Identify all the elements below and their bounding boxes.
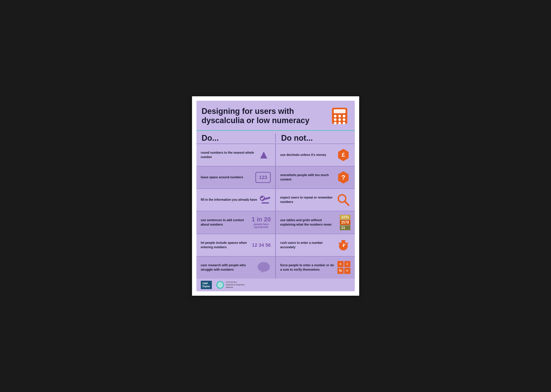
svg-point-10: [343, 122, 345, 125]
do-column-header: Do...: [197, 133, 276, 143]
donot-text-1: use decimals unless it's money: [280, 153, 336, 157]
svg-point-32: [258, 262, 270, 272]
poster-header: Designing for users with dyscalculia or …: [197, 101, 355, 130]
1in20-small-text: people havedyscalculia: [252, 223, 271, 229]
do-text-1: round numbers to the nearest whole numbe…: [201, 151, 257, 159]
chat-bubble-icon: [257, 260, 271, 275]
svg-point-31: [347, 243, 348, 244]
svg-point-6: [338, 118, 341, 121]
do-cell-6: user research with people who struggle w…: [197, 257, 276, 279]
dwp-line2: Digital: [203, 285, 210, 288]
svg-point-2: [334, 115, 337, 117]
donot-cell-4: use tables and grids without explaining …: [276, 211, 355, 234]
donot-text-3: expect users to repeat or remember numbe…: [280, 196, 336, 204]
footer: DWP Digital Civil ServiceDyslexia & Dysp…: [197, 279, 355, 291]
rows-container: round numbers to the nearest whole numbe…: [197, 144, 355, 279]
arrow-up-icon: [257, 148, 271, 162]
svg-text:?: ?: [341, 174, 345, 181]
check-pencil-icon: [260, 196, 271, 204]
donot-text-2: overwhelm people with too much content: [280, 173, 336, 182]
donot-column-header: Do not...: [276, 133, 355, 143]
do-cell-4: use sentences to add context about numbe…: [197, 211, 276, 234]
svg-marker-11: [260, 152, 267, 159]
svg-point-7: [343, 118, 345, 121]
svg-point-4: [343, 115, 345, 117]
donot-cell-5: rush users to enter a number accurately: [276, 234, 355, 256]
svg-rect-29: [341, 240, 345, 241]
table-row: let people include spaces when entering …: [197, 234, 355, 256]
do-text-4: use sentences to add context about numbe…: [201, 218, 252, 227]
donot-cell-2: overwhelm people with too much content ?: [276, 166, 355, 189]
do-text-5: let people include spaces when entering …: [201, 241, 252, 249]
donot-text-4: use tables and grids without explaining …: [280, 218, 340, 227]
civil-service-text: Civil ServiceDyslexia & DyspraxiaNetwork: [226, 281, 245, 289]
spaces-icon: 12 34 56: [252, 242, 271, 248]
dwp-line1: DWP: [203, 282, 210, 285]
svg-point-16: [260, 196, 265, 201]
table-row: user research with people who struggle w…: [197, 256, 355, 279]
do-text-2: leave space around numbers: [201, 175, 256, 180]
donot-cell-3: expect users to repeat or remember numbe…: [276, 189, 355, 211]
poster-title: Designing for users with dyscalculia or …: [202, 107, 316, 125]
svg-point-28: [343, 245, 344, 247]
do-cell-5: let people include spaces when entering …: [197, 234, 276, 256]
do-text-6: user research with people who struggle w…: [201, 263, 257, 272]
svg-rect-17: [264, 197, 270, 200]
do-text-3: fill in the information you already have: [201, 198, 260, 202]
donot-text-5: rush users to enter a number accurately: [280, 241, 336, 249]
donot-cell-1: use decimals unless it's money £: [276, 144, 355, 166]
poster: Designing for users with dyscalculia or …: [192, 96, 359, 296]
donot-text-6: force people to enter a number or do a s…: [280, 263, 337, 272]
donot-cell-6: force people to enter a number or do a s…: [276, 257, 355, 279]
svg-rect-18: [261, 202, 269, 203]
table-row: leave space around numbers 123 overwhelm…: [197, 166, 355, 189]
do-cell-2: leave space around numbers 123: [197, 166, 276, 189]
grid-numbers-icon: 2231 2578 11: [340, 215, 350, 230]
do-cell-1: round numbers to the nearest whole numbe…: [197, 144, 276, 166]
svg-rect-1: [334, 109, 346, 113]
timer-icon: [336, 238, 350, 252]
svg-point-8: [334, 122, 337, 125]
civil-service-circle: [216, 281, 224, 289]
civil-service-logo: Civil ServiceDyslexia & DyspraxiaNetwork: [216, 281, 245, 289]
do-cell-3: fill in the information you already have: [197, 189, 276, 211]
123-box-icon: 123: [255, 172, 271, 183]
question-hex-icon: ?: [336, 170, 350, 184]
magnify-icon: [336, 193, 350, 207]
svg-point-3: [338, 115, 341, 117]
hex-pound-icon: £: [336, 148, 350, 162]
table-row: use sentences to add context about numbe…: [197, 211, 355, 234]
1in20-icon: 1 in 20 people havedyscalculia: [252, 216, 271, 229]
calculator-icon: [330, 106, 350, 126]
svg-line-20: [345, 201, 349, 205]
1in20-big-text: 1 in 20: [252, 216, 271, 223]
table-row: fill in the information you already have: [197, 189, 355, 211]
column-headers: Do... Do not...: [197, 131, 355, 144]
svg-point-9: [338, 122, 341, 125]
math-symbols-icon: + ÷ % =: [337, 261, 350, 274]
table-row: round numbers to the nearest whole numbe…: [197, 144, 355, 166]
svg-point-5: [334, 118, 337, 121]
svg-point-30: [339, 243, 340, 244]
dwp-logo: DWP Digital: [201, 281, 212, 289]
svg-text:£: £: [342, 152, 345, 158]
